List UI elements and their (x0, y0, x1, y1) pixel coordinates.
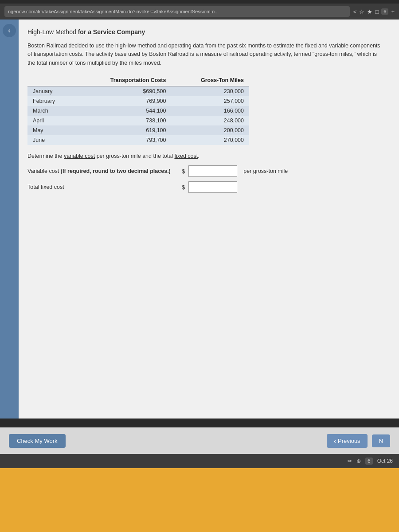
table-row: February 769,900 257,000 (27, 96, 249, 106)
variable-cost-dollar: $ (182, 168, 185, 175)
bottom-action-bar: Check My Work ‹ Previous N (0, 427, 399, 454)
table-row: June 793,700 270,000 (27, 135, 249, 145)
total-fixed-cost-label: Total fixed cost (27, 184, 178, 190)
data-table: Transportation Costs Gross-Ton Miles Jan… (27, 75, 249, 145)
cell-month: March (27, 106, 75, 116)
variable-cost-row: Variable cost (If required, round to two… (27, 165, 386, 177)
chevron-left-icon: ‹ (8, 27, 10, 35)
cell-cost: 769,900 (75, 96, 171, 106)
cell-cost: 544,100 (75, 106, 171, 116)
previous-button[interactable]: ‹ Previous (327, 434, 368, 448)
cell-month: February (27, 96, 75, 106)
cell-month: June (27, 135, 75, 145)
cell-miles: 200,000 (171, 125, 249, 135)
col-cost-header: Transportation Costs (75, 75, 171, 86)
cell-miles: 230,000 (171, 86, 249, 97)
table-row: April 738,100 248,000 (27, 116, 249, 125)
col-month-header (27, 75, 75, 86)
previous-label: Previous (338, 438, 360, 444)
cell-month: January (27, 86, 75, 97)
footer-badge: 6 (365, 458, 373, 465)
back-icon[interactable]: < (353, 8, 357, 15)
cell-cost: 619,100 (75, 125, 171, 135)
col-miles-header: Gross-Ton Miles (171, 75, 249, 86)
title-bold: for a Service Company (78, 28, 145, 35)
cell-miles: 257,000 (171, 96, 249, 106)
footer-date: Oct 26 (377, 458, 393, 464)
window-icon[interactable]: □ (375, 8, 379, 15)
sidebar-nav-button[interactable]: ‹ (3, 24, 16, 37)
cell-cost: 738,100 (75, 116, 171, 125)
main-panel: High-Low Method for a Service Company Bo… (19, 20, 399, 419)
total-fixed-cost-row: Total fixed cost $ (27, 181, 386, 193)
total-fixed-dollar: $ (182, 184, 185, 191)
cell-cost: $690,500 (75, 86, 171, 97)
nav-buttons: ‹ Previous N (327, 434, 390, 448)
next-button[interactable]: N (372, 434, 390, 447)
cell-miles: 248,000 (171, 116, 249, 125)
title-prefix: High-Low Method (27, 28, 76, 35)
table-row: March 544,100 166,000 (27, 106, 249, 116)
variable-cost-input[interactable] (188, 165, 237, 177)
circle-icon: ⊕ (356, 458, 361, 464)
variable-cost-label: Variable cost (If required, round to two… (27, 168, 178, 174)
underline-variable-cost: variable cost (64, 153, 95, 159)
next-label: N (379, 438, 383, 444)
sidebar: ‹ (0, 20, 19, 419)
cell-month: April (27, 116, 75, 125)
variable-cost-bold: (If required, round to two decimal place… (61, 168, 171, 174)
cell-cost: 793,700 (75, 135, 171, 145)
determine-text: Determine the variable cost per gross-to… (27, 153, 386, 159)
pencil-icon: ✏ (348, 458, 352, 464)
variable-cost-unit: per gross-ton mile (243, 168, 288, 174)
star-icon[interactable]: ☆ (359, 8, 364, 15)
page-title: High-Low Method for a Service Company (27, 28, 386, 35)
tab-badge: 6 (381, 8, 388, 15)
browser-icons: < ☆ ★ □ 6 + (353, 8, 395, 15)
desk-surface (0, 468, 399, 532)
description-text: Boston Railroad decided to use the high-… (27, 42, 386, 67)
plus-icon[interactable]: + (391, 8, 395, 15)
cell-miles: 270,000 (171, 135, 249, 145)
table-row: May 619,100 200,000 (27, 125, 249, 135)
cell-miles: 166,000 (171, 106, 249, 116)
cell-month: May (27, 125, 75, 135)
chevron-left-icon: ‹ (334, 437, 336, 445)
url-text: ngenow.com/ilrn/takeAssignment/takeAssig… (8, 9, 219, 14)
underline-fixed-cost: fixed cost (174, 153, 198, 159)
bookmark-icon[interactable]: ★ (367, 8, 372, 15)
check-work-button[interactable]: Check My Work (9, 434, 66, 448)
footer-bar: ✏ ⊕ 6 Oct 26 (0, 454, 399, 468)
table-row: January $690,500 230,000 (27, 86, 249, 97)
browser-url-bar: ngenow.com/ilrn/takeAssignment/takeAssig… (4, 6, 350, 17)
total-fixed-cost-input[interactable] (188, 181, 237, 193)
